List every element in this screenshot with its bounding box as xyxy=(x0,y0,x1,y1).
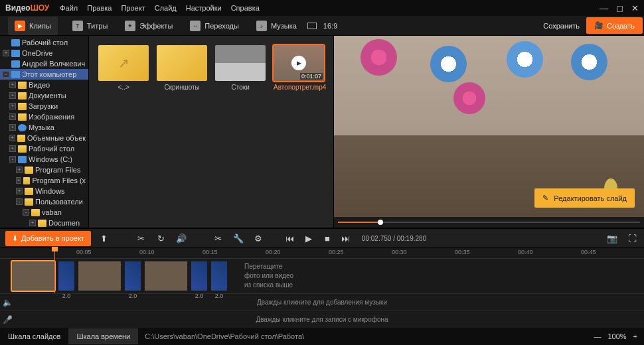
add-to-project-button[interactable]: ⬇Добавить в проект xyxy=(5,231,91,246)
decoration xyxy=(453,82,485,114)
cut-icon[interactable]: ✂ xyxy=(135,232,148,245)
tree-item[interactable]: +Объемные объек xyxy=(0,133,88,143)
decoration xyxy=(571,44,607,80)
main-menu: Файл Правка Проект Слайд Настройки Справ… xyxy=(60,4,260,12)
snapshot-icon[interactable]: 📷 xyxy=(605,232,619,245)
tree-item[interactable]: Рабочий стол xyxy=(0,37,88,48)
tree-item[interactable]: +Program Files xyxy=(0,165,88,175)
prev-icon[interactable]: ⏮ xyxy=(283,232,297,245)
aspect-label[interactable]: 16:9 xyxy=(323,22,337,30)
wrench-icon[interactable]: 🔧 xyxy=(232,232,245,245)
time-scale-tab[interactable]: Шкала времени xyxy=(68,328,138,344)
tab-transitions[interactable]: ↔Переходы xyxy=(183,17,246,35)
slides-scale-tab[interactable]: Шкала слайдов xyxy=(0,328,68,344)
zoom-in-icon[interactable]: + xyxy=(633,332,637,340)
tree-item[interactable]: +Документы xyxy=(0,90,88,101)
crop-icon[interactable]: ✂̵ xyxy=(212,232,225,245)
stop-icon[interactable]: ■ xyxy=(321,232,334,245)
timeline-clip[interactable] xyxy=(78,261,121,291)
file-thumb[interactable]: ↗<..> xyxy=(98,45,149,91)
tree-item[interactable]: Андрей Волчкевич xyxy=(0,58,88,69)
video-track[interactable]: 2.0 2.0 2.0 2.0 Перетащитефото или видео… xyxy=(0,259,644,293)
mic-icon[interactable]: 🎤 xyxy=(3,315,13,324)
volume-icon[interactable]: 🔊 xyxy=(175,232,188,245)
tab-clips[interactable]: ▶Клипы xyxy=(8,17,58,35)
menu-edit[interactable]: Правка xyxy=(87,4,112,12)
tree-item[interactable]: -Windows (C:) xyxy=(0,154,88,165)
workspace: Рабочий стол+OneDriveАндрей Волчкевич-Эт… xyxy=(0,36,644,228)
next-icon[interactable]: ⏭ xyxy=(339,232,353,245)
transition-clip[interactable]: 2.0 xyxy=(125,261,141,291)
timeline-clip[interactable] xyxy=(12,261,54,291)
timeline-clip[interactable] xyxy=(145,261,187,291)
tree-item[interactable]: +Видео xyxy=(0,80,88,90)
ruler-mark: 00:05 xyxy=(76,249,92,255)
tree-item[interactable]: -Этот компьютер xyxy=(0,69,88,80)
window-controls: — ◻ ✕ xyxy=(600,3,639,13)
tree-item[interactable]: +Рабочий стол xyxy=(0,143,88,154)
menu-settings[interactable]: Настройки xyxy=(186,4,222,12)
pencil-icon: ✎ xyxy=(542,194,548,202)
tree-item[interactable]: +Windows xyxy=(0,186,88,196)
timeline: 00:0500:1000:1500:2000:2500:3000:3500:40… xyxy=(0,248,644,328)
menu-help[interactable]: Справка xyxy=(231,4,260,12)
zoom-out-icon[interactable]: — xyxy=(594,332,601,340)
mic-track[interactable]: 🎤 Дважды кликните для записи с микрофона xyxy=(0,310,644,328)
app-logo: ВидеоШОУ xyxy=(5,3,49,13)
menu-file[interactable]: Файл xyxy=(60,4,78,12)
create-button[interactable]: 🎥Создать xyxy=(586,17,643,34)
tree-item[interactable]: -Пользователи xyxy=(0,196,88,207)
transition-clip[interactable]: 2.0 xyxy=(58,261,74,291)
gear-icon[interactable]: ⚙ xyxy=(252,232,265,245)
camera-icon: 🎥 xyxy=(594,21,604,30)
tab-effects[interactable]: ✦Эффекты xyxy=(118,17,179,35)
menu-project[interactable]: Проект xyxy=(121,4,145,12)
tree-item[interactable]: +Загрузки xyxy=(0,101,88,111)
tree-item[interactable]: +Program Files (x xyxy=(0,175,88,186)
tree-item[interactable]: +Documen xyxy=(0,218,88,228)
ruler-mark: 00:35 xyxy=(455,249,470,255)
edit-slide-button[interactable]: ✎Редактировать слайд xyxy=(534,188,635,208)
folder-tree[interactable]: Рабочий стол+OneDriveАндрей Волчкевич-Эт… xyxy=(0,36,89,228)
sparkle-icon: ✦ xyxy=(125,21,135,31)
close-icon[interactable]: ✕ xyxy=(631,3,639,13)
statusbar: Шкала слайдов Шкала времени C:\Users\vab… xyxy=(0,328,644,345)
rotate-icon[interactable]: ↻ xyxy=(155,232,168,245)
ruler-mark: 00:20 xyxy=(266,249,281,255)
tree-item[interactable]: +Музыка xyxy=(0,122,88,133)
ruler-mark: 00:25 xyxy=(329,249,344,255)
tree-item[interactable]: -vaban xyxy=(0,207,88,218)
preview-seekbar[interactable] xyxy=(338,220,640,225)
upload-icon[interactable]: ⬆ xyxy=(98,232,111,245)
timeline-toolbar: ⬇Добавить в проект ⬆ ✂ ↻ 🔊 ✂̵ 🔧 ⚙ ⏮ ▶ ■ … xyxy=(0,228,644,248)
ruler-mark: 00:15 xyxy=(202,249,218,255)
music-track[interactable]: 🔈 Дважды кликните для добавления музыки xyxy=(0,293,644,310)
preview-canvas[interactable]: ✎Редактировать слайд xyxy=(334,36,644,217)
tree-item[interactable]: +OneDrive xyxy=(0,48,88,58)
text-icon: T xyxy=(72,21,83,31)
decoration xyxy=(507,41,543,78)
drop-hint: Перетащитефото или видеоиз списка выше xyxy=(231,262,293,290)
download-icon: ⬇ xyxy=(12,234,18,243)
timecode: 00:02.750 / 00:19.280 xyxy=(362,235,426,242)
tab-titles[interactable]: TТитры xyxy=(66,17,114,35)
fullscreen-icon[interactable]: ⛶ xyxy=(625,232,639,245)
ruler-mark: 00:45 xyxy=(581,249,596,255)
timeline-ruler[interactable]: 00:0500:1000:1500:2000:2500:3000:3500:40… xyxy=(0,248,644,259)
minimize-icon[interactable]: — xyxy=(600,3,608,13)
transition-clip[interactable]: 2.0 xyxy=(191,261,207,291)
tree-item[interactable]: +Изображения xyxy=(0,111,88,122)
file-thumb[interactable]: Стоки xyxy=(215,45,266,91)
transition-clip[interactable]: 2.0 xyxy=(211,261,227,291)
menu-slide[interactable]: Слайд xyxy=(155,4,177,12)
speaker-icon[interactable]: 🔈 xyxy=(3,298,13,307)
decoration xyxy=(430,46,467,82)
save-button[interactable]: Сохранить xyxy=(543,22,580,30)
tab-music[interactable]: ♪Музыка xyxy=(250,17,303,35)
play-icon[interactable]: ▶ xyxy=(302,232,315,245)
file-thumb[interactable]: ▶0:01:07Автопортрет.mp4 xyxy=(274,45,324,91)
zoom-level: 100% xyxy=(607,332,626,340)
maximize-icon[interactable]: ◻ xyxy=(616,3,623,13)
aspect-icon xyxy=(307,23,317,29)
file-thumb[interactable]: Скриншоты xyxy=(157,45,207,91)
